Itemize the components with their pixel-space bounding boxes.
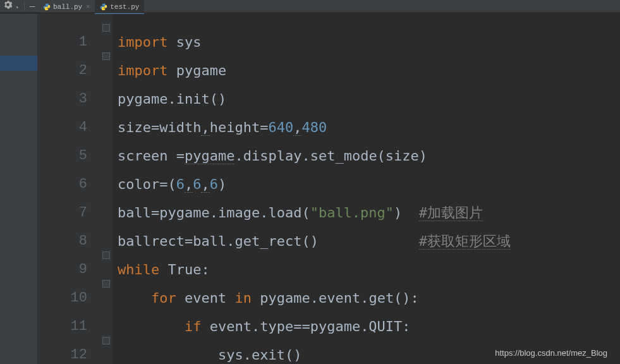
- toolbar-divider: [24, 2, 25, 11]
- fold-toggle-icon[interactable]: [102, 337, 110, 344]
- python-file-icon: [43, 3, 51, 11]
- panel-selection: [0, 56, 37, 71]
- close-icon[interactable]: ×: [86, 4, 90, 11]
- line-number: 2: [38, 56, 87, 85]
- line-number: 11: [38, 312, 87, 341]
- tab-label: test.py: [110, 3, 139, 11]
- fold-toggle-icon[interactable]: [102, 52, 110, 60]
- python-file-icon: [100, 3, 107, 11]
- code-line: if event.type==pygame.QUIT:: [118, 312, 620, 341]
- line-number: 5: [38, 142, 87, 170]
- fold-toggle-icon[interactable]: [102, 252, 110, 259]
- line-number: 9: [38, 255, 87, 284]
- line-number: 6: [38, 170, 87, 198]
- fold-toggle-icon[interactable]: [102, 24, 110, 32]
- line-number: 1: [38, 28, 87, 56]
- code-line: import sys: [118, 28, 620, 56]
- tab-bar: ball.py × test.py: [38, 0, 144, 14]
- main-area: 1 2 3 4 5 6 7 8 9 10 11 12 import sys im…: [0, 14, 620, 364]
- tab-ball-py[interactable]: ball.py ×: [38, 0, 95, 14]
- project-panel[interactable]: [0, 14, 38, 364]
- minimize-icon[interactable]: —: [30, 1, 35, 11]
- fold-column: [101, 14, 112, 364]
- watermark: https://blog.csdn.net/mez_Blog: [495, 348, 607, 358]
- fold-toggle-icon[interactable]: [102, 280, 110, 288]
- line-number: 12: [38, 341, 87, 364]
- code-line: pygame.init(): [118, 85, 620, 113]
- code-line: size=width,height=640,480: [118, 113, 620, 142]
- gear-icon[interactable]: ▾: [4, 1, 19, 11]
- code-editor[interactable]: 1 2 3 4 5 6 7 8 9 10 11 12 import sys im…: [38, 14, 620, 364]
- code-content[interactable]: import sys import pygame pygame.init() s…: [112, 14, 620, 364]
- code-line: ball=pygame.image.load("ball.png") #加载图片: [118, 198, 620, 227]
- line-number: 8: [38, 227, 87, 255]
- code-line: for event in pygame.event.get():: [118, 284, 620, 312]
- tab-label: ball.py: [53, 3, 82, 11]
- line-number: 3: [38, 85, 87, 113]
- code-line: screen =pygame.display.set_mode(size): [118, 142, 620, 170]
- line-number: 10: [38, 284, 87, 312]
- line-number-gutter: 1 2 3 4 5 6 7 8 9 10 11 12: [38, 14, 101, 364]
- line-number: 7: [38, 198, 87, 227]
- tab-test-py[interactable]: test.py: [95, 0, 144, 14]
- code-line: import pygame: [118, 56, 620, 85]
- code-line: color=(6,6,6): [118, 170, 620, 198]
- line-number: 4: [38, 113, 87, 142]
- code-line: ballrect=ball.get_rect() #获取矩形区域: [118, 227, 620, 255]
- code-line: while True:: [118, 255, 620, 284]
